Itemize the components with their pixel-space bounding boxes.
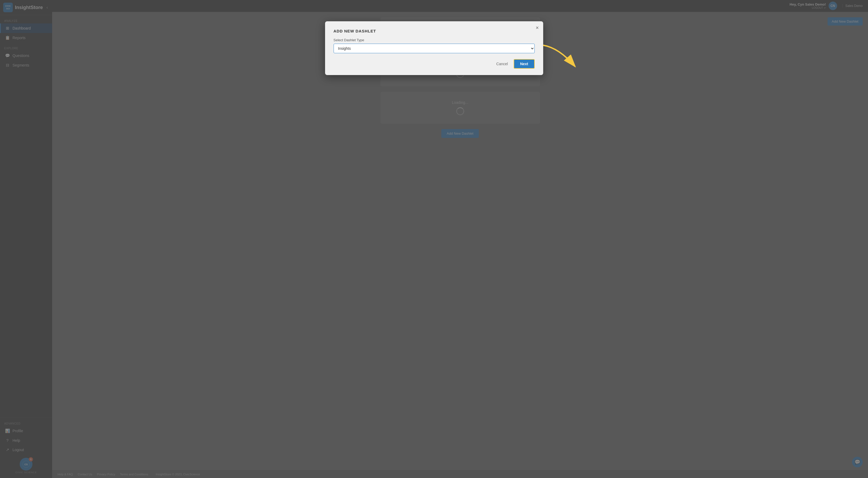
modal-footer: Cancel Next xyxy=(334,59,535,69)
next-button[interactable]: Next xyxy=(514,59,534,69)
select-label: Select Dashlet Type xyxy=(334,38,535,42)
modal-title: ADD NEW DASHLET xyxy=(334,29,535,33)
annotation-arrow xyxy=(538,42,596,77)
modal-overlay: ADD NEW DASHLET × Select Dashlet Type In… xyxy=(0,0,868,478)
dashlet-type-select[interactable]: Insights Reports Questions Segments xyxy=(334,43,535,53)
cancel-button[interactable]: Cancel xyxy=(494,60,511,68)
modal-close-button[interactable]: × xyxy=(536,25,539,30)
add-dashlet-modal: ADD NEW DASHLET × Select Dashlet Type In… xyxy=(325,21,543,75)
